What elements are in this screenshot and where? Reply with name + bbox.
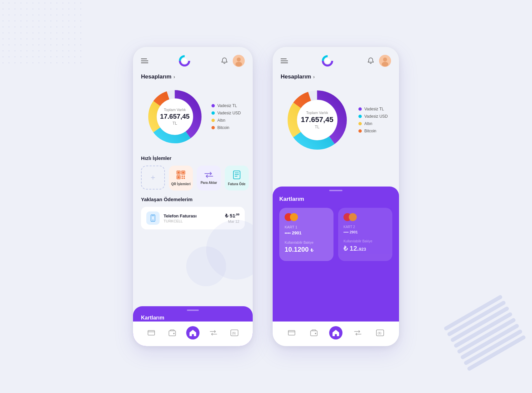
- legend-label-bitcoin-right: Bitcoin: [364, 129, 376, 133]
- nav-transfer[interactable]: [207, 326, 220, 339]
- donut-area-right: Toplam Varlık 17.657,45 TL Vadesiz TL Va…: [273, 80, 399, 157]
- donut-center-right: Toplam Varlık 17.657,45 TL: [301, 111, 333, 129]
- svg-text:($): ($): [232, 331, 236, 335]
- header-right: [221, 55, 245, 67]
- avatar[interactable]: [233, 55, 245, 67]
- quick-actions-section: Hızlı İşlemler +: [133, 150, 253, 191]
- header-right-right: [367, 55, 391, 67]
- legend-dot-usd-right: [358, 115, 362, 118]
- qr-icon: [176, 170, 186, 180]
- nav-wallet-icon: [169, 329, 176, 336]
- donut-legend: Vadesiz TL Vadesiz USD Altın Bitcoin: [211, 103, 241, 130]
- donut-center: Toplam Varlık 17.657,45 TL: [160, 108, 190, 126]
- nav-invest-icon: ($): [230, 329, 238, 336]
- mc-orange-1: [290, 213, 298, 221]
- circle-deco-2: [186, 246, 226, 286]
- nav-cards[interactable]: [145, 326, 158, 339]
- upcoming-title: Yaklaşan Ödemelerim: [141, 196, 245, 202]
- bell-icon-right[interactable]: [367, 57, 374, 65]
- nav-transfer-icon: [210, 330, 217, 335]
- legend-dot-bitcoin: [211, 126, 215, 129]
- legend-dot-gold-right: [358, 122, 362, 125]
- nav-transfer-icon-right: [354, 330, 361, 335]
- nav-wallet-right[interactable]: [307, 326, 321, 339]
- svg-point-5: [235, 62, 242, 66]
- card-balance-decimal-2: 923: [359, 247, 366, 252]
- bill-icon: [233, 170, 241, 180]
- legend-dot-gold: [211, 119, 215, 122]
- accounts-section: Hesaplarım ›: [133, 71, 253, 80]
- nav-home-right[interactable]: [329, 326, 342, 339]
- kartlarim-title: Kartlarım: [141, 315, 245, 321]
- qr-action-button[interactable]: QR İşlemleri: [169, 166, 193, 191]
- cards-section: Kartlarım KART 1 •••• 2901 Kullanılabili…: [273, 187, 399, 326]
- qr-label: QR İşlemleri: [171, 182, 191, 186]
- card-number-2: •••• 2901: [343, 230, 387, 234]
- legend-dot-tl: [211, 104, 215, 107]
- transfer-label: Para Aktar: [200, 181, 217, 185]
- accounts-chevron-right: ›: [313, 74, 315, 79]
- svg-text:($): ($): [378, 331, 381, 335]
- accounts-chevron: ›: [174, 74, 175, 79]
- svg-point-32: [173, 333, 175, 334]
- payment-provider: TURKCELL: [164, 219, 197, 223]
- bell-icon[interactable]: [221, 57, 228, 65]
- nav-invest-icon-right: ($): [376, 329, 384, 336]
- bill-action-button[interactable]: Fatura Öde: [225, 166, 249, 191]
- svg-point-2: [182, 58, 187, 64]
- phone-right-header: [273, 47, 399, 71]
- nav-transfer-right[interactable]: [351, 326, 364, 339]
- legend-label-bitcoin: Bitcoin: [217, 125, 229, 130]
- donut-currency-right: TL: [301, 125, 333, 129]
- svg-point-40: [382, 62, 388, 66]
- legend-label-gold-right: Altın: [364, 121, 372, 126]
- card-balance-label-1: Kullanılabilir Bakiye: [285, 241, 328, 244]
- nav-wallet[interactable]: [166, 326, 179, 339]
- legend-item-tl-right: Vadesiz TL: [358, 107, 388, 111]
- legend-item-tl: Vadesiz TL: [211, 103, 241, 108]
- nav-wallet-icon-right: [310, 329, 318, 336]
- card-balance-symbol-1: ₺: [311, 248, 313, 253]
- donut-chart-right: Toplam Varlık 17.657,45 TL: [284, 87, 350, 153]
- nav-cards-icon-right: [288, 330, 295, 335]
- nav-home[interactable]: [186, 326, 200, 339]
- card-balance-2: ₺ 12.923: [343, 244, 387, 252]
- cards-row: KART 1 •••• 2901 Kullanılabilir Bakiye 1…: [279, 208, 392, 261]
- nav-cards-right[interactable]: [285, 326, 298, 339]
- legend-item-gold: Altın: [211, 118, 241, 123]
- phone-left-header: [133, 47, 253, 71]
- nav-invest-right[interactable]: ($): [373, 326, 387, 339]
- header-donut-icon: [179, 55, 191, 67]
- nav-home-icon-right: [332, 329, 339, 336]
- legend-item-bitcoin-right: Bitcoin: [358, 129, 388, 133]
- card-number-1: •••• 2901: [285, 230, 328, 235]
- transfer-action-button[interactable]: Para Aktar: [197, 166, 221, 191]
- payment-icon: [146, 211, 160, 225]
- donut-chart: Toplam Varlık 17.657,45 TL: [145, 87, 205, 147]
- nav-invest[interactable]: ($): [228, 326, 241, 339]
- bottom-nav-right: ($): [273, 322, 399, 346]
- legend-label-usd-right: Vadesiz USD: [364, 114, 388, 119]
- donut-currency: TL: [160, 121, 190, 126]
- card-balance-1: 10.1200 ₺: [285, 246, 328, 253]
- bottom-nav: ($): [133, 322, 253, 346]
- donut-amount-right: 17.657,45: [301, 115, 333, 124]
- svg-point-39: [383, 58, 387, 62]
- menu-icon[interactable]: [141, 59, 148, 63]
- svg-rect-21: [182, 178, 183, 179]
- accounts-title-right: Hesaplarım: [281, 73, 311, 80]
- menu-icon-right[interactable]: [281, 59, 288, 63]
- card-item-1[interactable]: KART 1 •••• 2901 Kullanılabilir Bakiye 1…: [279, 208, 333, 261]
- mastercard-icon-2: [343, 213, 387, 221]
- accounts-link[interactable]: Hesaplarım ›: [141, 73, 245, 80]
- accounts-section-right: Hesaplarım ›: [273, 71, 399, 80]
- accounts-link-right[interactable]: Hesaplarım ›: [281, 73, 391, 80]
- card-item-2[interactable]: KART 2 •••• 2901 Kullanılabilir Bakiye ₺…: [338, 208, 392, 261]
- actions-row: + QR İşleml: [141, 166, 245, 191]
- svg-rect-15: [182, 172, 184, 174]
- legend-label-gold: Altın: [217, 118, 225, 123]
- phone-right: Hesaplarım › Toplam Varlık 17.657,45 TL: [273, 47, 399, 346]
- legend-label-tl: Vadesiz TL: [217, 103, 237, 108]
- avatar-right[interactable]: [379, 55, 391, 67]
- add-action-button[interactable]: +: [141, 166, 165, 190]
